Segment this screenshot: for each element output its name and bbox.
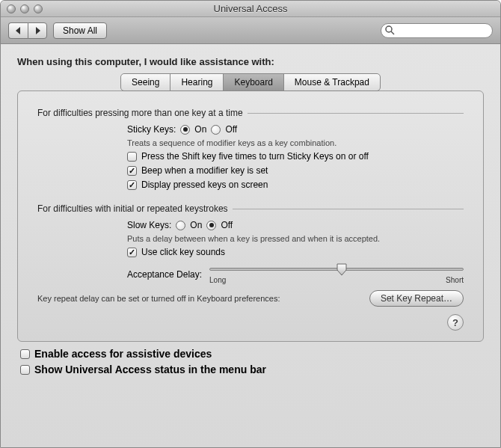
shift-five-checkbox[interactable] xyxy=(127,152,137,162)
search-input[interactable] xyxy=(381,23,493,38)
sticky-keys-section-title: For difficulties pressing more than one … xyxy=(37,108,464,118)
toolbar: Show All xyxy=(1,17,500,44)
sticky-keys-off-radio[interactable] xyxy=(211,125,221,135)
search-field-wrap xyxy=(381,23,493,38)
tab-seeing[interactable]: Seeing xyxy=(120,73,170,91)
close-icon[interactable] xyxy=(7,4,16,13)
slow-keys-group: Slow Keys: On Off Puts a delay between w… xyxy=(37,220,464,284)
slow-keys-label: Slow Keys: xyxy=(127,220,171,230)
nav-buttons xyxy=(8,22,47,39)
display-keys-label: Display pressed keys on screen xyxy=(141,179,268,190)
global-options: Enable access for assistive devices Show… xyxy=(17,342,484,375)
radio-label-off: Off xyxy=(225,124,237,135)
titlebar: Universal Access xyxy=(1,1,500,17)
back-button[interactable] xyxy=(8,22,28,39)
radio-label-off: Off xyxy=(221,220,233,230)
assistive-devices-label: Enable access for assistive devices xyxy=(34,348,212,360)
radio-label-on: On xyxy=(190,220,202,230)
window-controls xyxy=(1,4,43,13)
click-sounds-checkbox[interactable] xyxy=(127,248,137,257)
slider-thumb-icon[interactable] xyxy=(336,263,348,276)
slow-keys-on-radio[interactable] xyxy=(176,221,185,230)
tab-keyboard[interactable]: Keyboard xyxy=(223,73,283,91)
radio-label-on: On xyxy=(194,124,206,135)
help-button[interactable]: ? xyxy=(447,314,464,331)
section-label: For difficulties pressing more than one … xyxy=(37,108,243,118)
key-repeat-hint: Key repeat delay can be set or turned of… xyxy=(37,294,280,303)
display-keys-checkbox[interactable] xyxy=(127,180,137,190)
slow-keys-hint: Puts a delay between when a key is press… xyxy=(127,234,464,243)
content-area: When using this computer, I would like a… xyxy=(1,44,500,447)
sticky-keys-on-radio[interactable] xyxy=(180,125,190,135)
slider-label-short: Short xyxy=(446,276,464,284)
sticky-keys-hint: Treats a sequence of modifier keys as a … xyxy=(127,138,464,147)
menubar-status-label: Show Universal Access status in the menu… xyxy=(34,363,266,375)
minimize-icon[interactable] xyxy=(20,4,29,13)
tab-mouse-trackpad[interactable]: Mouse & Trackpad xyxy=(283,73,381,91)
help-icon: ? xyxy=(452,317,458,328)
tabs: Seeing Hearing Keyboard Mouse & Trackpad xyxy=(17,73,484,91)
click-sounds-label: Use click key sounds xyxy=(141,247,225,257)
zoom-icon[interactable] xyxy=(34,4,43,13)
assistive-devices-checkbox[interactable] xyxy=(20,349,30,359)
keyboard-panel: For difficulties pressing more than one … xyxy=(17,90,484,342)
slider-label-long: Long xyxy=(209,276,226,284)
divider xyxy=(233,209,464,209)
beep-modifier-label: Beep when a modifier key is set xyxy=(141,165,268,176)
menubar-status-checkbox[interactable] xyxy=(20,365,30,375)
window-frame: Universal Access Show All When using thi… xyxy=(0,0,501,448)
set-key-repeat-button[interactable]: Set Key Repeat… xyxy=(369,290,464,307)
acceptance-delay-label: Acceptance Delay: xyxy=(127,269,202,280)
show-all-button[interactable]: Show All xyxy=(53,22,107,39)
slow-keys-off-radio[interactable] xyxy=(206,221,216,230)
sticky-keys-label: Sticky Keys: xyxy=(127,124,176,135)
forward-button[interactable] xyxy=(28,22,47,39)
tab-hearing[interactable]: Hearing xyxy=(170,73,224,91)
sticky-keys-group: Sticky Keys: On Off Treats a sequence of… xyxy=(37,124,464,190)
shift-five-label: Press the Shift key five times to turn S… xyxy=(141,151,369,162)
divider xyxy=(248,113,464,114)
slow-keys-section-title: For difficulties with initial or repeate… xyxy=(37,203,464,214)
prompt-text: When using this computer, I would like a… xyxy=(17,56,484,67)
section-label: For difficulties with initial or repeate… xyxy=(37,203,228,214)
window-title: Universal Access xyxy=(1,3,500,14)
beep-modifier-checkbox[interactable] xyxy=(127,166,137,176)
acceptance-delay-slider[interactable] xyxy=(209,264,464,274)
key-repeat-row: Key repeat delay can be set or turned of… xyxy=(37,290,464,307)
